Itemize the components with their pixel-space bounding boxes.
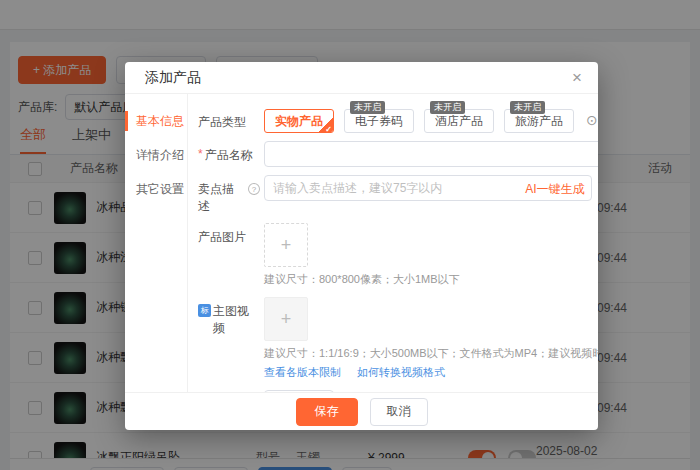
cancel-button[interactable]: 取消 (370, 398, 428, 426)
add-product-modal: 添加产品 × 基本信息详情介绍其它设置 产品类型 实物产品✓未开启电子券码未开启… (125, 62, 598, 430)
modal-body: 基本信息详情介绍其它设置 产品类型 实物产品✓未开启电子券码未开启酒店产品未开启… (125, 94, 598, 392)
not-enabled-badge: 未开启 (430, 101, 465, 114)
product-type-button[interactable]: 实物产品✓ (264, 109, 334, 133)
required-mark: * (198, 147, 203, 161)
version-limits-link[interactable]: 查看各版本限制 (264, 365, 341, 380)
modal-footer: 保存 取消 (125, 392, 598, 430)
modal-side-tab[interactable]: 基本信息 (125, 104, 187, 138)
not-enabled-badge: 未开启 (510, 101, 545, 114)
category-row: 产品分类 管理分类 (198, 390, 598, 392)
manage-category-button[interactable]: 管理分类 (264, 390, 334, 392)
modal-title: 添加产品 (145, 69, 201, 87)
product-name-label: 产品名称 (205, 147, 253, 164)
selling-point-label: 卖点描述 (198, 181, 245, 215)
main-video-label: 主图视频 (213, 303, 260, 337)
main-video-row: 标 主图视频 + 建议尺寸：1:1/16:9；大小500MB以下；文件格式为MP… (198, 297, 598, 380)
save-button[interactable]: 保存 (296, 398, 358, 426)
convert-video-link[interactable]: 如何转换视频格式 (357, 365, 445, 380)
question-icon[interactable]: ? (248, 183, 260, 195)
product-type-row: 产品类型 实物产品✓未开启电子券码未开启酒店产品未开启旅游产品 ⊙ (198, 102, 598, 133)
version-badge-icon: 标 (198, 304, 211, 317)
product-type-option: 未开启旅游产品 (504, 102, 574, 133)
product-name-input[interactable] (264, 141, 598, 167)
product-type-options: 实物产品✓未开启电子券码未开启酒店产品未开启旅游产品 (264, 102, 584, 133)
plus-icon: + (281, 235, 292, 256)
image-hint: 建议尺寸：800*800像素；大小1MB以下 (264, 272, 460, 287)
modal-side-tab[interactable]: 其它设置 (125, 172, 187, 206)
info-icon[interactable]: ⊙ (586, 112, 598, 133)
video-hint: 建议尺寸：1:1/16:9；大小500MB以下；文件格式为MP4；建议视频时长在… (264, 346, 598, 361)
ai-generate-button[interactable]: AI一键生成 (525, 181, 584, 198)
product-image-label: 产品图片 (198, 229, 246, 246)
selling-point-row: 卖点描述 ? AI一键生成 【查看示例】 (198, 175, 598, 215)
product-type-option: 未开启电子券码 (344, 102, 414, 133)
product-type-option: 实物产品✓ (264, 102, 334, 133)
product-type-option: 未开启酒店产品 (424, 102, 494, 133)
selected-check-icon: ✓ (319, 118, 333, 132)
modal-side-tabs: 基本信息详情介绍其它设置 (125, 94, 188, 392)
plus-icon: + (281, 309, 292, 330)
video-upload-box[interactable]: + (264, 297, 308, 341)
product-form: 产品类型 实物产品✓未开启电子券码未开启酒店产品未开启旅游产品 ⊙ * 产品名称… (188, 94, 598, 392)
modal-side-tab[interactable]: 详情介绍 (125, 138, 187, 172)
product-image-row: 产品图片 + 建议尺寸：800*800像素；大小1MB以下 (198, 223, 598, 287)
not-enabled-badge: 未开启 (350, 101, 385, 114)
image-upload-box[interactable]: + (264, 223, 308, 267)
product-type-label: 产品类型 (198, 114, 246, 131)
close-icon[interactable]: × (572, 69, 582, 86)
check-mark: ✓ (325, 125, 332, 133)
screen: + 添加产品 从本地导入 从商品库导入 产品库: 默认产品库 ▼ 产品名称 全部… (0, 0, 700, 470)
product-name-row: * 产品名称 (198, 141, 598, 167)
modal-header: 添加产品 × (125, 62, 598, 94)
